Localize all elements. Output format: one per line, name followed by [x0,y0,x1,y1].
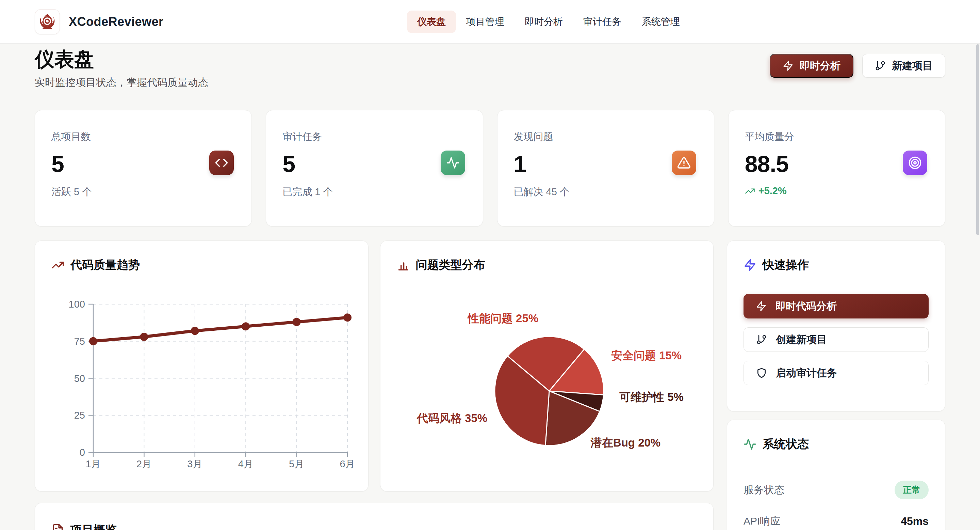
stat-card-issues-found: 发现问题 1 已解决 45 个 [497,110,714,227]
git-branch-icon [756,334,767,345]
svg-text:1月: 1月 [86,458,101,469]
pie-label-performance: 性能问题 25% [468,311,538,326]
stat-value: 5 [51,150,235,177]
trending-up-icon [51,259,64,271]
instant-code-analysis-button[interactable]: 即时代码分析 [743,294,929,318]
stat-value: 1 [514,150,698,177]
pie-label-maintainability: 可维护性 5% [619,390,684,405]
nav-menu: 仪表盘 项目管理 即时分析 审计任务 系统管理 [407,0,690,44]
svg-text:75: 75 [74,336,85,347]
top-navbar: XCodeReviewer 仪表盘 项目管理 即时分析 审计任务 系统管理 [0,0,980,44]
status-row-service: 服务状态 正常 [743,481,929,499]
stat-sub: 已完成 1 个 [282,185,466,199]
card-title: 代码质量趋势 [70,257,140,273]
svg-text:5月: 5月 [289,458,304,469]
nav-item-projects[interactable]: 项目管理 [456,11,514,33]
svg-text:50: 50 [74,373,85,384]
stat-sub: 活跃 5 个 [51,185,235,199]
pie-label-security: 安全问题 15% [611,348,682,364]
page-subtitle: 实时监控项目状态，掌握代码质量动态 [35,76,945,89]
target-icon [903,150,927,175]
activity-icon [743,438,756,451]
stat-trend: +5.2% [745,185,929,196]
zap-icon [743,259,756,271]
svg-text:6月: 6月 [340,458,353,469]
git-branch-icon [875,60,886,71]
svg-text:2月: 2月 [137,458,152,469]
stat-label: 发现问题 [514,130,698,144]
pie-label-code-style: 代码风格 35% [417,411,487,426]
nav-item-system[interactable]: 系统管理 [632,11,690,33]
card-title: 问题类型分布 [416,257,485,273]
pie-chart-area: 性能问题 25% 安全问题 15% 可维护性 5% 潜在Bug 20% 代码风格… [380,241,714,491]
svg-text:3月: 3月 [187,458,202,469]
issue-distribution-card: 问题类型分布 性能问题 25% 安全问题 15% 可维护性 5% 潜在Bug 2… [380,241,714,492]
svg-text:25: 25 [74,410,85,421]
card-title-row: 快速操作 [743,257,929,273]
brand-name: XCodeReviewer [69,14,164,29]
stat-label: 平均质量分 [745,130,929,144]
stat-sub: 已解决 45 个 [514,185,698,199]
file-text-icon [51,524,64,530]
quality-trend-card: 代码质量趋势 02550751001月2月3月4月5月6月 [35,241,369,492]
new-project-button[interactable]: 新建项目 [862,54,945,78]
status-badge: 正常 [894,481,929,499]
card-title-row: 项目概览 [51,522,697,530]
code-icon [209,150,234,175]
nav-item-dashboard[interactable]: 仪表盘 [407,11,456,33]
stat-value: 88.5 [745,150,929,177]
card-title: 项目概览 [70,522,117,530]
svg-text:4月: 4月 [238,458,253,469]
header-actions: 即时分析 新建项目 [770,54,945,78]
stats-row: 总项目数 5 活跃 5 个 审计任务 5 已完成 1 个 发现问题 1 已解决 … [35,110,945,227]
stat-label: 总项目数 [51,130,235,144]
card-title-row: 代码质量趋势 [51,257,352,273]
instant-analysis-button[interactable]: 即时分析 [770,54,853,78]
card-title-row: 系统状态 [743,436,929,452]
start-audit-button[interactable]: 启动审计任务 [743,361,929,385]
shield-icon [756,367,767,378]
status-rows: 服务状态 正常 API响应 45ms [743,481,929,528]
stat-card-total-projects: 总项目数 5 活跃 5 个 [35,110,252,227]
zap-icon [756,301,767,312]
stat-card-avg-quality: 平均质量分 88.5 +5.2% [728,110,945,227]
page-header: 仪表盘 实时监控项目状态，掌握代码质量动态 即时分析 新建项目 [0,44,980,89]
stat-label: 审计任务 [282,130,466,144]
zap-icon [783,60,794,71]
bar-chart-icon [397,259,410,271]
create-project-button[interactable]: 创建新项目 [743,327,929,352]
issue-distribution-pie-chart [380,241,714,492]
quick-action-list: 即时代码分析 创建新项目 启动审计任务 [743,294,929,385]
svg-text:0: 0 [80,447,85,458]
quick-actions-card: 快速操作 即时代码分析 创建新项目 [727,241,945,412]
main-grid: 代码质量趋势 02550751001月2月3月4月5月6月 问题类型分布 性能问 [35,241,945,530]
phoenix-logo-icon [35,9,60,34]
activity-icon [441,150,465,175]
brand[interactable]: XCodeReviewer [35,9,164,34]
stat-card-audit-tasks: 审计任务 5 已完成 1 个 [266,110,483,227]
dashboard-page: XCodeReviewer 仪表盘 项目管理 即时分析 审计任务 系统管理 仪表… [0,0,980,530]
charts-row: 代码质量趋势 02550751001月2月3月4月5月6月 问题类型分布 性能问 [35,241,714,492]
alert-triangle-icon [672,150,696,175]
side-column: 快速操作 即时代码分析 创建新项目 [727,241,945,530]
stat-value: 5 [282,150,466,177]
card-title-row: 问题类型分布 [397,257,697,273]
status-row-api: API响应 45ms [743,514,929,528]
system-status-card: 系统状态 服务状态 正常 API响应 45ms [727,420,945,530]
trending-up-icon [745,186,755,196]
nav-item-audit-tasks[interactable]: 审计任务 [573,11,632,33]
card-title: 系统状态 [762,436,809,452]
card-title: 快速操作 [762,257,809,273]
quality-trend-line-chart: 02550751001月2月3月4月5月6月 [51,295,353,479]
main-column: 代码质量趋势 02550751001月2月3月4月5月6月 问题类型分布 性能问 [35,241,714,530]
nav-item-instant-analysis[interactable]: 即时分析 [514,11,573,33]
pie-label-potential-bug: 潜在Bug 20% [591,435,660,451]
scrollbar[interactable] [976,44,979,235]
project-overview-card: 项目概览 [35,503,714,530]
svg-text:100: 100 [69,299,85,310]
